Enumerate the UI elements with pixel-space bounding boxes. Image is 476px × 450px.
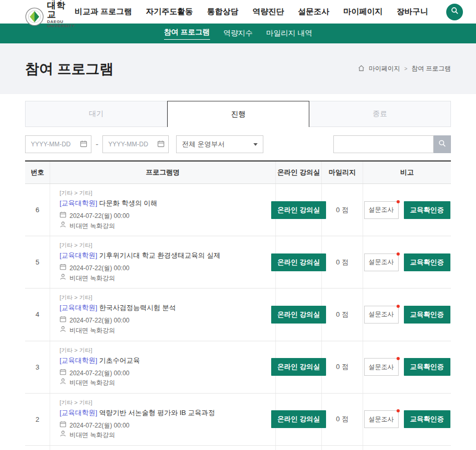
subnav-item-mileage-history[interactable]: 마일리지 내역 [266,29,312,38]
tab-waiting[interactable]: 대기 [25,101,167,127]
nav-item-self-directed[interactable]: 자기주도활동 [146,7,193,17]
calendar-icon[interactable] [157,140,165,149]
survey-label: 설문조사 [369,363,394,371]
row-department-link[interactable]: [교육대학원] [60,251,97,259]
online-classroom-button[interactable]: 온라인 강의실 [271,253,327,271]
calendar-icon [60,316,66,326]
row-method: 비대면 녹화강의 [69,326,115,336]
person-icon [60,273,66,283]
education-cert-button[interactable]: 교육확인증 [404,410,450,428]
survey-button[interactable]: 설문조사 [364,358,399,376]
row-program-title[interactable]: 한국사검정능력시험 분석 [99,304,176,311]
university-logo[interactable]: 대구대학교 DAEGU UNIVERSITY [25,0,75,28]
row-category: [기타 > 기타] [60,241,92,249]
row-method: 비대면 녹화강의 [69,273,115,283]
row-mileage: 0 점 [322,289,363,340]
program-table: 번호 프로그램명 온라인 강의실 마일리지 비고 6 [기타 > 기타] [교육… [25,160,451,450]
calendar-icon[interactable] [80,140,87,149]
row-number: 5 [25,236,50,288]
nav-item-survey[interactable]: 설문조사 [298,7,329,17]
person-icon [60,430,66,440]
education-cert-button[interactable]: 교육확인증 [404,201,450,219]
filter-search-button[interactable] [434,135,451,153]
row-mileage: 0 점 [322,394,363,445]
row-online-cell: 온라인 강의실 [276,184,322,236]
row-remarks-cell: 설문조사 교육확인증 [363,289,451,340]
university-emblem-icon [25,7,44,28]
education-cert-button[interactable]: 교육확인증 [404,253,450,271]
col-header-online-classroom: 온라인 강의실 [276,161,322,183]
survey-label: 설문조사 [369,416,394,423]
row-department-link[interactable]: [교육대학원] [60,199,97,207]
row-online-cell: 온라인 강의실 [276,236,322,288]
online-classroom-button[interactable]: 온라인 강의실 [271,306,327,324]
person-icon [60,221,66,231]
row-online-cell: 온라인 강의실 [276,446,322,450]
row-category: [기타 > 기타] [60,189,92,197]
department-select-value: 전체 운영부서 [182,140,225,149]
subnav-item-participation-programs[interactable]: 참여 프로그램 [164,28,210,40]
table-row: 3 [기타 > 기타] [교육대학원] 기초수어교육 2024-07-22(월)… [25,341,451,394]
keyword-search-input[interactable] [333,135,434,153]
table-body: 6 [기타 > 기타] [교육대학원] 다문화 학생의 이해 2024-07-2… [25,184,451,450]
row-number: 3 [25,341,50,393]
row-remarks-cell: 설문조사 교육확인증 [363,341,451,393]
online-classroom-button[interactable]: 온라인 강의실 [271,358,327,376]
date-from-wrap [25,135,91,153]
nav-item-competency[interactable]: 역량진단 [252,7,284,17]
row-program-cell: [기타 > 기타] [교육대학원] 한국사검정능력시험 분석 2024-07-2… [50,289,276,340]
filter-bar: - 전체 운영부서 [25,135,451,153]
online-classroom-button[interactable]: 온라인 강의실 [271,410,327,428]
row-program-title[interactable]: 다문화 학생의 이해 [99,199,157,207]
education-cert-button[interactable]: 교육확인증 [404,358,450,376]
calendar-icon [60,368,66,378]
row-number: 4 [25,289,50,340]
nav-item-extracurricular[interactable]: 비교과 프로그램 [75,7,132,17]
row-program-cell: [기타 > 기타] [교육대학원] 다문화 학생의 이해 2024-07-22(… [50,184,276,236]
col-header-remarks: 비고 [363,161,451,183]
nav-item-cart[interactable]: 장바구니 [397,7,428,17]
survey-button[interactable]: 설문조사 [364,253,399,271]
tab-ended[interactable]: 종료 [309,101,451,127]
survey-button[interactable]: 설문조사 [364,410,399,428]
row-online-cell: 온라인 강의실 [276,289,322,340]
caret-down-icon [253,143,258,146]
row-department-link[interactable]: [교육대학원] [60,356,97,364]
tab-in-progress[interactable]: 진행 [167,101,309,127]
breadcrumb-current: 참여 프로그램 [412,64,451,73]
row-program-title[interactable]: 기초수어교육 [99,356,140,364]
top-header: 대구대학교 DAEGU UNIVERSITY 비교과 프로그램 자기주도활동 통… [0,0,476,24]
survey-button[interactable]: 설문조사 [364,201,399,219]
education-cert-button[interactable]: 교육확인증 [404,306,450,324]
row-department-link[interactable]: [교육대학원] [60,304,97,311]
breadcrumb-separator: > [404,66,408,72]
breadcrumb-mypage[interactable]: 마이페이지 [369,64,400,73]
calendar-icon [60,263,66,273]
nav-item-mypage[interactable]: 마이페이지 [343,7,382,17]
table-row: 4 [기타 > 기타] [교육대학원] 한국사검정능력시험 분석 2024-07… [25,289,451,341]
row-number: 1 [25,446,50,450]
page-title-band: 참여 프로그램 마이페이지 > 참여 프로그램 [0,43,476,94]
department-select[interactable]: 전체 운영부서 [176,135,263,153]
nav-item-counseling[interactable]: 통합상담 [207,7,238,17]
online-classroom-button[interactable]: 온라인 강의실 [271,201,327,219]
row-category: [기타 > 기타] [60,399,92,407]
logo-text: 대구대학교 DAEGU UNIVERSITY [47,0,75,28]
row-date: 2024-07-22(월) 00:00 [69,211,130,221]
row-mileage: 0 점 [322,236,363,288]
subnav-item-competency-index[interactable]: 역량지수 [224,29,253,38]
row-department-link[interactable]: [교육대학원] [60,409,97,417]
row-number: 2 [25,394,50,445]
row-method: 비대면 녹화강의 [69,378,115,388]
row-mileage: 0 점 [322,341,363,393]
row-category: [기타 > 기타] [60,347,92,354]
survey-button[interactable]: 설문조사 [364,306,399,324]
header-search-button[interactable] [446,4,463,20]
col-header-mileage: 마일리지 [322,161,363,183]
row-program-title[interactable]: 역량기반 서논술형 평가와 IB 교육과정 [99,409,215,417]
row-mileage: 0 점 [322,184,363,236]
home-icon[interactable] [358,65,365,73]
row-program-title[interactable]: 기후위기시대 학교 환경생태교육의 실제 [99,251,220,259]
alert-dot-icon [397,357,400,360]
row-mileage: 0 점 [322,446,363,450]
